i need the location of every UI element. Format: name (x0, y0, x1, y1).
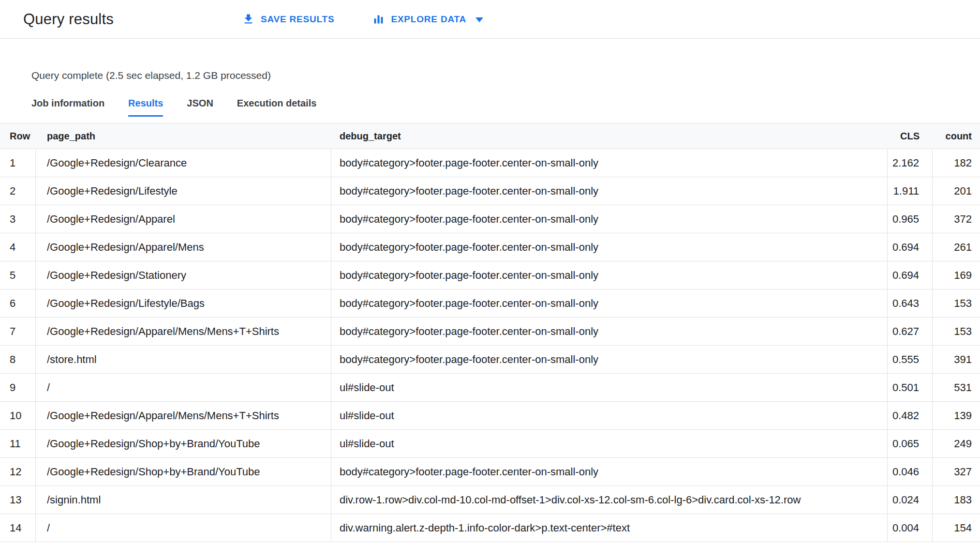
cell-page-path: /Google+Redesign/Apparel/Mens/Mens+T+Shi… (36, 402, 331, 429)
cell-row-number: 11 (0, 430, 36, 457)
cell-debug-target: body#category>footer.page-footer.center-… (331, 458, 888, 485)
save-results-label: SAVE RESULTS (261, 14, 334, 25)
table-row: 14/div.warning.alert.z-depth-1.info-colo… (0, 514, 980, 542)
tab-json[interactable]: JSON (187, 98, 213, 117)
table-row: 4/Google+Redesign/Apparel/Mensbody#categ… (0, 233, 980, 261)
table-row: 12/Google+Redesign/Shop+by+Brand/YouTube… (0, 458, 980, 486)
table-row: 8/store.htmlbody#category>footer.page-fo… (0, 346, 980, 374)
cell-page-path: /Google+Redesign/Shop+by+Brand/YouTube (36, 458, 331, 485)
table-row: 6/Google+Redesign/Lifestyle/Bagsbody#cat… (0, 289, 980, 318)
column-header-row: Row (0, 123, 36, 149)
cell-cls: 0.501 (888, 374, 933, 401)
table-row: 11/Google+Redesign/Shop+by+Brand/YouTube… (0, 430, 980, 458)
tab-execution-details[interactable]: Execution details (237, 98, 317, 117)
cell-row-number: 4 (0, 233, 36, 261)
results-header: Query results SAVE RESULTS EXPLORE DATA (0, 0, 980, 39)
cell-row-number: 9 (0, 374, 36, 401)
save-results-button[interactable]: SAVE RESULTS (242, 13, 334, 26)
cell-debug-target: body#category>footer.page-footer.center-… (331, 205, 888, 233)
query-results-panel: Query results SAVE RESULTS EXPLORE DATA … (0, 0, 980, 546)
cell-count: 183 (933, 486, 980, 514)
cell-debug-target: ul#slide-out (331, 402, 888, 429)
cell-page-path: /Google+Redesign/Stationery (36, 261, 331, 289)
cell-page-path: /signin.html (36, 486, 331, 514)
cell-debug-target: body#category>footer.page-footer.center-… (331, 149, 888, 177)
table-row: 9/ul#slide-out0.501531 (0, 374, 980, 402)
cell-row-number: 10 (0, 402, 36, 429)
cell-debug-target: body#category>footer.page-footer.center-… (331, 233, 888, 261)
cell-debug-target: div.row-1.row>div.col-md-10.col-md-offse… (331, 486, 888, 514)
table-row: 7/Google+Redesign/Apparel/Mens/Mens+T+Sh… (0, 318, 980, 346)
cell-count: 153 (933, 289, 980, 317)
cell-count: 153 (933, 318, 980, 345)
page-title: Query results (23, 11, 114, 28)
tab-job-information[interactable]: Job information (31, 98, 104, 117)
bar-chart-icon (372, 13, 385, 26)
cell-count: 249 (933, 430, 980, 457)
table-row: 10/Google+Redesign/Apparel/Mens/Mens+T+S… (0, 402, 980, 430)
cell-row-number: 1 (0, 149, 36, 177)
cell-cls: 0.482 (888, 402, 933, 429)
cell-page-path: /store.html (36, 346, 331, 373)
cell-debug-target: body#category>footer.page-footer.center-… (331, 289, 888, 317)
cell-cls: 1.911 (888, 177, 933, 205)
cell-count: 531 (933, 374, 980, 401)
cell-page-path: / (36, 514, 331, 542)
cell-page-path: / (36, 374, 331, 401)
cell-row-number: 6 (0, 289, 36, 317)
cell-row-number: 5 (0, 261, 36, 289)
cell-cls: 0.024 (888, 486, 933, 514)
cell-cls: 0.694 (888, 261, 933, 289)
cell-count: 201 (933, 177, 980, 205)
cell-count: 154 (933, 514, 980, 542)
cell-cls: 0.065 (888, 430, 933, 457)
cell-debug-target: ul#slide-out (331, 430, 888, 457)
cell-row-number: 7 (0, 318, 36, 345)
cell-debug-target: body#category>footer.page-footer.center-… (331, 318, 888, 345)
table-row: 5/Google+Redesign/Stationerybody#categor… (0, 261, 980, 289)
cell-count: 169 (933, 261, 980, 289)
column-header-debug-target: debug_target (331, 123, 888, 149)
table-body: 1/Google+Redesign/Clearancebody#category… (0, 149, 980, 542)
table-row: 13/signin.htmldiv.row-1.row>div.col-md-1… (0, 486, 980, 514)
cell-page-path: /Google+Redesign/Clearance (36, 149, 331, 177)
cell-cls: 2.162 (888, 149, 933, 177)
cell-cls: 0.046 (888, 458, 933, 485)
download-icon (242, 13, 255, 26)
table-row: 1/Google+Redesign/Clearancebody#category… (0, 149, 980, 177)
cell-page-path: /Google+Redesign/Apparel (36, 205, 331, 233)
explore-data-button[interactable]: EXPLORE DATA (372, 13, 483, 26)
cell-count: 261 (933, 233, 980, 261)
column-header-count: count (933, 123, 980, 149)
cell-row-number: 2 (0, 177, 36, 205)
column-header-cls: CLS (888, 123, 933, 149)
cell-page-path: /Google+Redesign/Shop+by+Brand/YouTube (36, 430, 331, 457)
cell-cls: 0.965 (888, 205, 933, 233)
results-tabs: Job information Results JSON Execution d… (31, 98, 980, 117)
cell-debug-target: body#category>footer.page-footer.center-… (331, 346, 888, 373)
cell-cls: 0.627 (888, 318, 933, 345)
cell-count: 391 (933, 346, 980, 373)
table-row: 3/Google+Redesign/Apparelbody#category>f… (0, 205, 980, 233)
tab-results[interactable]: Results (128, 98, 163, 117)
cell-debug-target: body#category>footer.page-footer.center-… (331, 177, 888, 205)
cell-page-path: /Google+Redesign/Lifestyle (36, 177, 331, 205)
cell-row-number: 13 (0, 486, 36, 514)
column-header-page-path: page_path (36, 123, 331, 149)
query-status-text: Query complete (2.5 sec elapsed, 1.2 GB … (31, 70, 980, 81)
explore-data-label: EXPLORE DATA (391, 14, 466, 25)
cell-row-number: 8 (0, 346, 36, 373)
cell-cls: 0.694 (888, 233, 933, 261)
cell-row-number: 14 (0, 514, 36, 542)
cell-page-path: /Google+Redesign/Lifestyle/Bags (36, 289, 331, 317)
table-row: 2/Google+Redesign/Lifestylebody#category… (0, 177, 980, 205)
cell-row-number: 3 (0, 205, 36, 233)
cell-page-path: /Google+Redesign/Apparel/Mens (36, 233, 331, 261)
cell-debug-target: body#category>footer.page-footer.center-… (331, 261, 888, 289)
cell-cls: 0.004 (888, 514, 933, 542)
cell-count: 139 (933, 402, 980, 429)
cell-cls: 0.643 (888, 289, 933, 317)
results-table: Row page_path debug_target CLS count 1/G… (0, 123, 980, 542)
cell-debug-target: div.warning.alert.z-depth-1.info-color-d… (331, 514, 888, 542)
caret-down-icon (475, 17, 483, 22)
